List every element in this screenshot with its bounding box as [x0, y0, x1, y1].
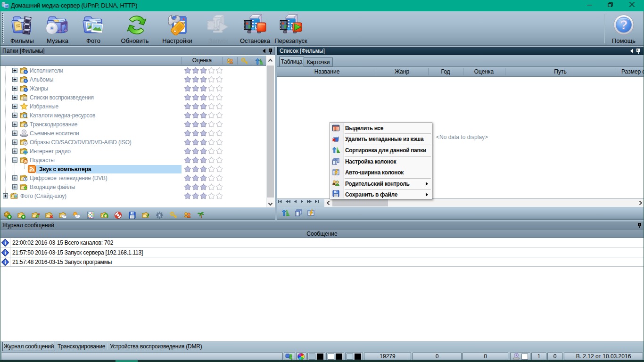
svg-text:?: ? [620, 18, 628, 32]
